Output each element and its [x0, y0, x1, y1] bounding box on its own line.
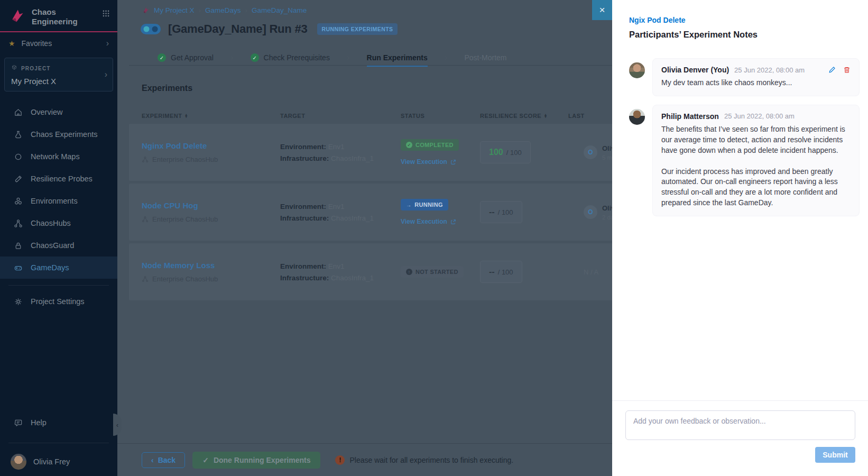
user-name: Olivia Frey [33, 457, 70, 466]
breadcrumb-separator: › [199, 6, 201, 14]
avatar: O [584, 205, 597, 219]
sidebar-item-gamedays[interactable]: GameDays [0, 257, 117, 279]
view-execution-link[interactable]: View Execution [401, 218, 473, 225]
experiment-link[interactable]: Nginx Pod Delete [142, 141, 280, 150]
drawer-footer-divider [612, 400, 868, 401]
project-label: PROJECT [21, 66, 51, 71]
env-value: Env1 [328, 262, 345, 270]
sidebar-item-network-maps[interactable]: Network Maps [0, 145, 117, 168]
hub-name: Enterprise ChaosHub [152, 155, 218, 163]
submit-button[interactable]: Submit [815, 447, 855, 463]
done-running-experiments-button[interactable]: ✓ Done Running Experiments [192, 452, 320, 469]
sidebar-item-resilience-probes[interactable]: Resilience Probes [0, 168, 117, 190]
tab-run-experiments[interactable]: Run Experiments [367, 53, 428, 62]
comment-timestamp: 25 Jun 2022, 08:00 am [734, 66, 805, 74]
experiment-link[interactable]: Node Memory Loss [142, 261, 280, 270]
sidebar-divider [8, 285, 109, 286]
column-header-resilience-score[interactable]: RESILIENCE SCORE ▴▾ [473, 113, 568, 119]
sort-icon: ▴▾ [186, 114, 188, 118]
check-circle-icon: ✓ [158, 53, 166, 62]
sidebar-item-chaos-experiments[interactable]: Chaos Experiments [0, 123, 117, 145]
comment-text: The benefits that I’ve seen so far from … [661, 124, 851, 208]
gamepad-icon [14, 263, 23, 272]
env-value: Env1 [328, 203, 345, 210]
last-run-na: N / A [568, 268, 598, 276]
hub-nodes-icon [142, 216, 149, 223]
breadcrumb-link-gameday-name[interactable]: GameDay_Name [252, 6, 307, 14]
home-icon [14, 108, 23, 117]
sidebar-item-label: ChaosHubs [31, 219, 71, 227]
column-header-target[interactable]: TARGET [280, 113, 394, 119]
sort-icon: ▴▾ [544, 114, 547, 118]
avatar [629, 109, 645, 125]
run-steps: ✓ Get Approval › ✓ Check Prerequisites ›… [158, 50, 507, 66]
view-execution-link[interactable]: View Execution [401, 158, 473, 166]
star-icon: ★ [8, 39, 15, 48]
experiment-notes-drawer: Ngix Pod Delete Participants’ Experiment… [612, 0, 868, 476]
sidebar-item-label: Network Maps [31, 152, 80, 161]
status-badge: RUNNING EXPERIMENTS [317, 23, 398, 35]
comment-author: Olivia Denver (You) [661, 66, 729, 74]
column-header-experiment[interactable]: EXPERIMENT ▴▾ [142, 113, 280, 119]
sidebar-item-chaoshubs[interactable]: ChaosHubs [0, 212, 117, 234]
tab-label: Run Experiments [367, 53, 428, 62]
infra-value: ChaosInfra_1 [331, 214, 374, 222]
sidebar-item-environments[interactable]: Environments [0, 190, 117, 212]
tab-post-mortem[interactable]: Post-Mortem [464, 53, 506, 62]
experiment-link[interactable]: Node CPU Hog [142, 201, 280, 210]
infra-value: ChaosInfra_1 [331, 274, 374, 282]
comment-item: Olivia Denver (You) 25 Jun 2022, 08:00 a… [629, 58, 860, 96]
sidebar-divider [8, 443, 109, 443]
sidebar-item-chaosguard[interactable]: ChaosGuard [0, 234, 117, 257]
breadcrumb-separator: › [245, 6, 248, 14]
resilience-score: -- / 100 [480, 201, 522, 223]
drawer-experiment-link[interactable]: Ngix Pod Delete [629, 16, 686, 24]
comment-text: My dev team acts like chaos monkeys... [661, 78, 851, 88]
status-badge-completed: ✓ COMPLETED [401, 139, 459, 151]
page-header: [GameDay_Name] Run #3 RUNNING EXPERIMENT… [141, 22, 398, 36]
gear-icon [14, 297, 23, 306]
tab-check-prerequisites[interactable]: ✓ Check Prerequisites [251, 53, 330, 62]
sidebar-item-overview[interactable]: Overview [0, 101, 117, 123]
env-label: Environment: [280, 143, 326, 151]
hub-nodes-icon [14, 219, 23, 228]
resilience-score: -- / 100 [480, 261, 522, 283]
back-button[interactable]: ‹ Back [142, 452, 185, 468]
page-title: [GameDay_Name] Run #3 [168, 22, 308, 36]
tab-label: Check Prerequisites [264, 53, 330, 62]
brand-header: Chaos Engineering [0, 0, 117, 26]
sidebar-item-label: Project Settings [31, 297, 85, 306]
feedback-input[interactable] [625, 410, 855, 440]
chaos-mini-logo-icon [142, 6, 150, 14]
breadcrumb-link-project[interactable]: My Project X [154, 6, 195, 14]
apps-grid-icon[interactable] [102, 10, 110, 20]
close-drawer-button[interactable]: × [592, 0, 612, 20]
external-link-icon [450, 219, 456, 225]
user-profile[interactable]: Olivia Frey [0, 454, 117, 470]
hub-name: Enterprise ChaosHub [152, 215, 218, 223]
tab-get-approval[interactable]: ✓ Get Approval [158, 53, 214, 62]
env-label: Environment: [280, 262, 326, 270]
sidebar-item-favorites[interactable]: ★ Favorites › [0, 32, 117, 54]
sidebar-nav: Overview Chaos Experiments Network Maps … [0, 101, 117, 279]
exclamation-circle-icon: ! [406, 269, 412, 275]
edit-pencil-icon[interactable] [828, 66, 836, 74]
chevron-right-icon: › [230, 52, 234, 63]
sidebar-item-help[interactable]: Help [0, 414, 117, 432]
warning-message: ! Please wait for all experiments to fin… [335, 455, 513, 465]
project-selector[interactable]: PROJECT My Project X › [4, 58, 113, 91]
sidebar-item-label: Resilience Probes [31, 175, 93, 183]
chevron-right-icon: › [106, 39, 109, 48]
sidebar-item-label: ChaosGuard [31, 241, 74, 250]
experiments-section-title: Experiments [142, 84, 192, 93]
breadcrumb-link-gamedays[interactable]: GameDays [205, 6, 241, 14]
help-label: Help [31, 418, 47, 427]
column-header-status[interactable]: STATUS [394, 113, 473, 119]
delete-trash-icon[interactable] [843, 66, 851, 74]
chevron-right-icon: › [105, 70, 107, 79]
sidebar: Chaos Engineering ★ Favorites › PROJECT … [0, 0, 117, 476]
cube-icon [11, 63, 17, 73]
sidebar-item-label: GameDays [31, 263, 69, 272]
check-circle-icon: ✓ [406, 142, 412, 148]
sidebar-item-project-settings[interactable]: Project Settings [0, 292, 117, 311]
